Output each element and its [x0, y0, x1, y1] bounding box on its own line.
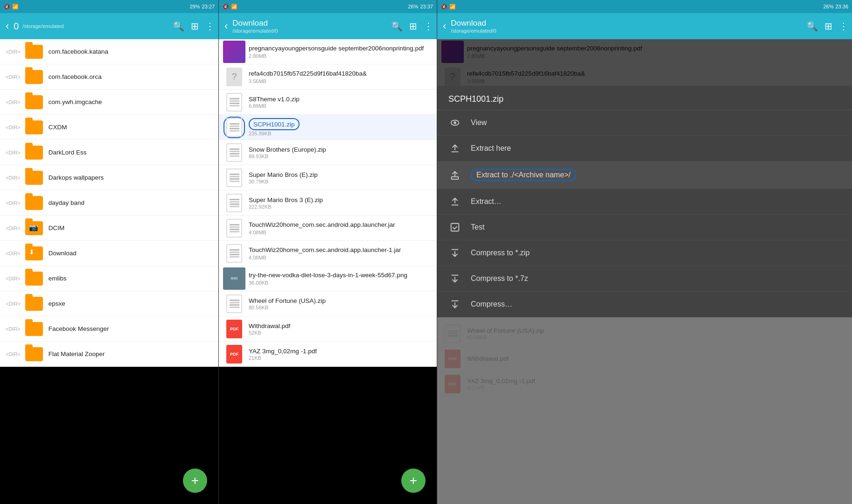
- list-item[interactable]: <DIR> 📷 DCIM: [0, 216, 218, 241]
- file-list-2[interactable]: pregnancyayoungpersonsguide september200…: [219, 39, 437, 367]
- search-icon-3[interactable]: 🔍: [806, 21, 818, 32]
- back-button-2[interactable]: ‹: [223, 18, 230, 34]
- list-item[interactable]: <DIR> ⬇ Download: [0, 241, 218, 266]
- context-menu: SCPH1001.zip View: [437, 86, 852, 504]
- file-info: YAZ 3mg_0,02mg -1.pdf 21KB: [249, 348, 431, 361]
- top-bar-1: ‹ 0 /storage/emulated 🔍 ⊞ ⋮: [0, 13, 218, 39]
- fab-1[interactable]: +: [183, 469, 207, 493]
- context-item-compress-zip[interactable]: Compress to *.zip: [437, 240, 852, 266]
- zip-icon: [224, 193, 244, 213]
- file-name: S8Theme v1.0.zip: [249, 96, 431, 103]
- list-item-highlighted[interactable]: SCPH1001.zip 235.99KB: [219, 115, 437, 140]
- context-item-compress-7z[interactable]: Compress to *.7z: [437, 266, 852, 292]
- file-name: com.facebook.katana: [49, 48, 213, 55]
- context-item-view[interactable]: View: [437, 110, 852, 136]
- context-label: Extract here: [471, 144, 511, 153]
- path-3: /storage/emulated/0: [451, 28, 803, 34]
- wifi-icon-2: 📶: [231, 4, 237, 10]
- list-item[interactable]: <DIR> emlibs: [0, 266, 218, 291]
- status-left-2: 🔇 📶: [223, 4, 237, 10]
- file-info: Snow Brothers (Europe).zip 89.93KB: [249, 146, 431, 159]
- zip-icon: [224, 218, 244, 238]
- file-name: refa4cdb7015fb57d225d9f16baf41820ba&: [249, 70, 431, 78]
- file-name: com.ywh.imgcache: [49, 98, 213, 105]
- list-item[interactable]: <DIR> com.ywh.imgcache: [0, 90, 218, 115]
- context-item-extract-here[interactable]: Extract here: [437, 136, 852, 161]
- zip-icon: [224, 244, 244, 263]
- file-name: YAZ 3mg_0,02mg -1.pdf: [467, 378, 846, 385]
- file-info: SCPH1001.zip 235.99KB: [249, 118, 431, 136]
- list-item[interactable]: pregnancyayoungpersonsguide september200…: [219, 39, 437, 64]
- file-name: Withdrawal.pdf: [249, 322, 431, 329]
- more-icon-3[interactable]: ⋮: [839, 21, 848, 32]
- file-list-1[interactable]: <DIR> com.facebook.katana <DIR> com.face…: [0, 39, 218, 367]
- file-info: S8Theme v1.0.zip 6.89MB: [249, 96, 431, 109]
- path-1: /storage/emulated: [22, 23, 170, 29]
- list-item[interactable]: IMG try-the-new-vodka-diet-lose-3-days-i…: [219, 266, 437, 291]
- list-item[interactable]: ? refa4cdb7015fb57d225d9f16baf41820ba& 3…: [219, 64, 437, 90]
- list-item[interactable]: Wheel of Fortune (USA).zip 80.56KB: [219, 291, 437, 316]
- list-item[interactable]: <DIR> Flat Material Zooper: [0, 342, 218, 367]
- context-item-compress-ellipsis[interactable]: Compress…: [437, 292, 852, 317]
- list-item[interactable]: TouchWiz20home_com.sec.android.app.launc…: [219, 241, 437, 266]
- context-label: Extract…: [471, 197, 502, 206]
- list-item[interactable]: PDF YAZ 3mg_0,02mg -1.pdf 21KB: [219, 342, 437, 367]
- battery-1: 29%: [189, 4, 200, 9]
- list-item[interactable]: Super Mario Bros (E).zip 30.79KB: [219, 165, 437, 190]
- back-button-1[interactable]: ‹: [4, 18, 11, 34]
- phone-silent-icon-3: 🔇: [441, 4, 447, 10]
- file-name: Super Mario Bros 3 (E).zip: [249, 196, 431, 203]
- more-icon-1[interactable]: ⋮: [205, 21, 215, 32]
- file-name: Facebook Messenger: [49, 325, 213, 332]
- fab-2[interactable]: +: [401, 469, 426, 493]
- list-item[interactable]: TouchWiz20home_com.sec.android.app.launc…: [219, 216, 437, 241]
- panel1-content: <DIR> com.facebook.katana <DIR> com.face…: [0, 39, 218, 504]
- search-icon-1[interactable]: 🔍: [173, 21, 184, 32]
- grid-icon-2[interactable]: ⊞: [409, 21, 417, 32]
- svg-point-1: [454, 121, 456, 124]
- list-item[interactable]: <DIR> Facebook Messenger: [0, 316, 218, 342]
- panel-1: 🔇 📶 29% 23:27 ‹ 0 /storage/emulated 🔍 ⊞ …: [0, 0, 218, 504]
- file-size: 36.00KB: [249, 280, 431, 286]
- top-icons-1: 🔍 ⊞ ⋮: [173, 21, 215, 32]
- file-info: Flat Material Zooper: [49, 350, 213, 357]
- more-icon-2[interactable]: ⋮: [424, 21, 433, 32]
- upload-folder-icon: [448, 170, 461, 180]
- folder-icon: [24, 344, 44, 364]
- list-item[interactable]: PDF Withdrawal.pdf 52KB: [219, 316, 437, 342]
- file-name: SCPH1001.zip: [253, 121, 295, 128]
- unknown-icon: ?: [443, 67, 462, 87]
- list-item[interactable]: <DIR> dayday band: [0, 190, 218, 216]
- panel-3: 🔇 📶 26% 23:36 ‹ Download /storage/emulat…: [437, 0, 852, 504]
- file-size: 4.08MB: [249, 255, 431, 260]
- file-name: Wheel of Fortune (USA).zip: [249, 297, 431, 304]
- search-icon-2[interactable]: 🔍: [391, 21, 403, 32]
- list-item[interactable]: S8Theme v1.0.zip 6.89MB: [219, 90, 437, 115]
- dir-tag: <DIR>: [6, 225, 21, 231]
- list-item[interactable]: <DIR> Darkops wallpapers: [0, 165, 218, 190]
- status-right-3: 26% 23:36: [823, 4, 848, 9]
- context-menu-title: SCPH1001.zip: [437, 86, 852, 110]
- back-button-3[interactable]: ‹: [441, 18, 448, 34]
- context-item-extract-ellipsis[interactable]: Extract…: [437, 189, 852, 215]
- context-item-extract-to[interactable]: Extract to ./<Archive name>/: [437, 161, 852, 189]
- title-3: Download: [451, 19, 803, 28]
- list-item[interactable]: <DIR> com.facebook.orca: [0, 64, 218, 90]
- list-item[interactable]: <DIR> epsxe: [0, 291, 218, 316]
- top-bar-2: ‹ Download /storage/emulated/0 🔍 ⊞ ⋮: [219, 13, 437, 39]
- list-item[interactable]: <DIR> com.facebook.katana: [0, 39, 218, 64]
- list-item[interactable]: Super Mario Bros 3 (E).zip 222.92KB: [219, 190, 437, 216]
- list-item[interactable]: Snow Brothers (Europe).zip 89.93KB: [219, 140, 437, 165]
- title-area-1: /storage/emulated: [22, 23, 170, 29]
- list-item[interactable]: <DIR> CXDM: [0, 115, 218, 140]
- file-name: Darkops wallpapers: [49, 174, 213, 181]
- file-info: DarkLord Ess: [49, 149, 213, 156]
- context-item-test[interactable]: Test: [437, 215, 852, 240]
- battery-3: 26%: [823, 4, 833, 9]
- list-item[interactable]: <DIR> DarkLord Ess: [0, 140, 218, 165]
- grid-icon-3[interactable]: ⊞: [824, 21, 832, 32]
- file-info: pregnancyayoungpersonsguide september200…: [467, 44, 846, 59]
- zip-icon: [224, 143, 244, 162]
- file-info: refa4cdb7015fb57d225d9f16baf41820ba& 3.5…: [467, 70, 846, 84]
- grid-icon-1[interactable]: ⊞: [191, 21, 199, 32]
